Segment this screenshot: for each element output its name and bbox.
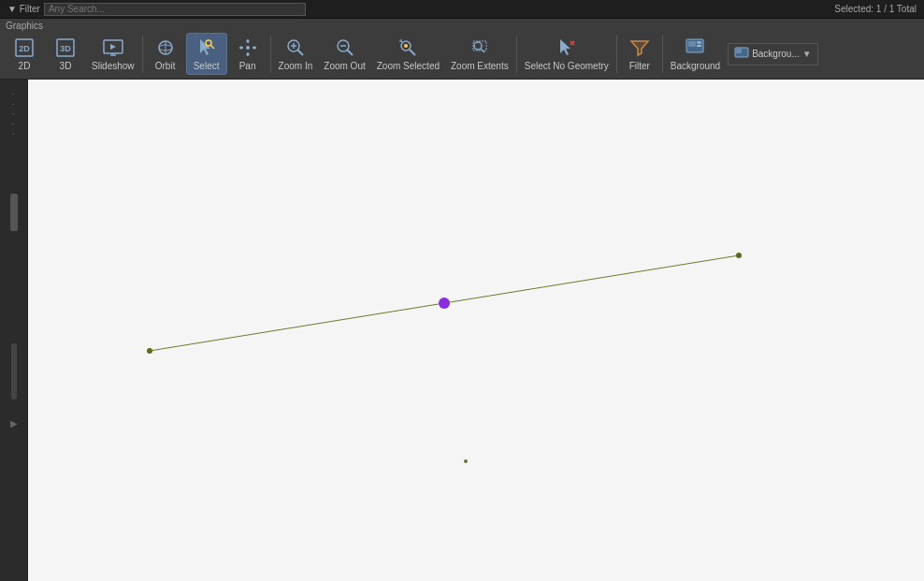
3d-icon: 3D <box>54 36 77 59</box>
toolbar-btn-zoom-out[interactable]: Zoom Out <box>318 33 370 75</box>
svg-point-24 <box>404 44 408 48</box>
sidebar-collapse-handle[interactable] <box>11 343 17 399</box>
search-input[interactable] <box>44 3 306 16</box>
left-sidebar: · · · · · ▶ <box>0 80 28 581</box>
orbit-label: Orbit <box>155 61 176 71</box>
toolbar-btn-orbit[interactable]: Orbit <box>145 33 186 75</box>
canvas-svg <box>28 80 924 581</box>
graphics-section: Graphics 2D 2D 3D 3D <box>0 19 924 80</box>
svg-line-13 <box>210 45 214 49</box>
sidebar-dots: · · · · · <box>7 93 21 138</box>
slideshow-label: Slideshow <box>92 61 135 71</box>
toolbar-btn-pan[interactable]: Pan <box>227 33 268 75</box>
endpoint-right <box>736 253 742 258</box>
zoom-selected-label: Zoom Selected <box>377 61 440 71</box>
3d-label: 3D <box>60 61 72 71</box>
svg-line-29 <box>481 49 484 52</box>
select-label: Select <box>194 61 220 71</box>
toolbar-btn-3d[interactable]: 3D 3D <box>45 33 86 75</box>
main-layout: · · · · · ▶ <box>0 80 924 581</box>
zoom-extents-label: Zoom Extents <box>451 61 509 71</box>
svg-rect-40 <box>736 49 742 53</box>
background-label: Background <box>671 61 720 71</box>
pan-label: Pan <box>239 61 256 71</box>
svg-rect-36 <box>688 41 696 47</box>
zoom-out-label: Zoom Out <box>324 61 365 71</box>
sep-3 <box>516 36 517 73</box>
dropdown-chevron-icon: ▼ <box>802 49 812 59</box>
slideshow-icon <box>102 36 124 59</box>
toolbar-btn-slideshow[interactable]: Slideshow <box>86 33 140 75</box>
small-dot <box>464 459 468 463</box>
background-dropdown-label: Backgrou... <box>752 49 800 59</box>
toolbar-btn-2d[interactable]: 2D 2D <box>4 33 45 75</box>
zoom-in-icon <box>284 36 307 59</box>
orbit-icon <box>154 36 177 59</box>
toolbar: 2D 2D 3D 3D <box>0 31 924 79</box>
toolbar-btn-zoom-selected[interactable]: Zoom Selected <box>371 33 445 75</box>
2d-icon: 2D <box>13 36 36 59</box>
toolbar-btn-filter[interactable]: Filter <box>619 33 660 75</box>
svg-text:3D: 3D <box>60 44 71 53</box>
select-no-geo-icon <box>556 36 578 59</box>
select-icon <box>195 36 218 59</box>
toolbar-btn-select-no-geo[interactable]: Select No Geometry <box>519 33 614 75</box>
background-dropdown-icon <box>734 47 749 62</box>
svg-marker-30 <box>560 39 570 55</box>
filter-icon <box>628 36 651 59</box>
svg-point-28 <box>474 42 482 50</box>
svg-rect-38 <box>697 45 701 47</box>
selection-status: Selected: 1 / 1 Total <box>834 4 917 14</box>
svg-line-23 <box>410 50 415 55</box>
sep-5 <box>662 36 663 73</box>
svg-marker-7 <box>110 44 116 50</box>
svg-point-14 <box>246 46 250 50</box>
sidebar-expand-icon[interactable]: ▶ <box>8 418 19 428</box>
svg-marker-34 <box>631 41 648 55</box>
zoom-selected-icon <box>397 36 419 59</box>
sep-4 <box>616 36 617 73</box>
sep-2 <box>270 36 271 73</box>
svg-marker-11 <box>200 39 210 55</box>
2d-label: 2D <box>19 61 31 71</box>
toolbar-btn-zoom-in[interactable]: Zoom In <box>273 33 319 75</box>
top-bar: ▼ Filter Selected: 1 / 1 Total <box>0 0 924 19</box>
svg-line-16 <box>297 51 303 56</box>
midpoint <box>439 298 450 309</box>
sidebar-resize-handle[interactable] <box>10 194 18 231</box>
svg-rect-37 <box>697 41 701 44</box>
svg-text:2D: 2D <box>19 44 30 53</box>
zoom-out-icon <box>334 36 356 59</box>
filter-label: ▼ Filter <box>7 4 40 14</box>
toolbar-btn-select[interactable]: Select <box>186 33 227 75</box>
filter-label-btn: Filter <box>629 61 650 71</box>
background-icon <box>684 36 706 59</box>
toolbar-btn-background[interactable]: Background <box>665 33 726 75</box>
zoom-in-label: Zoom In <box>279 61 313 71</box>
canvas-area[interactable] <box>28 80 924 581</box>
select-no-geo-label: Select No Geometry <box>525 61 609 71</box>
zoom-extents-icon <box>469 36 491 59</box>
sep-1 <box>142 36 143 73</box>
endpoint-left <box>147 348 152 354</box>
pan-icon <box>237 36 259 59</box>
toolbar-btn-zoom-extents[interactable]: Zoom Extents <box>445 33 514 75</box>
svg-line-20 <box>347 51 353 56</box>
section-label: Graphics <box>0 19 924 31</box>
background-dropdown[interactable]: Backgrou... ▼ <box>728 43 818 65</box>
